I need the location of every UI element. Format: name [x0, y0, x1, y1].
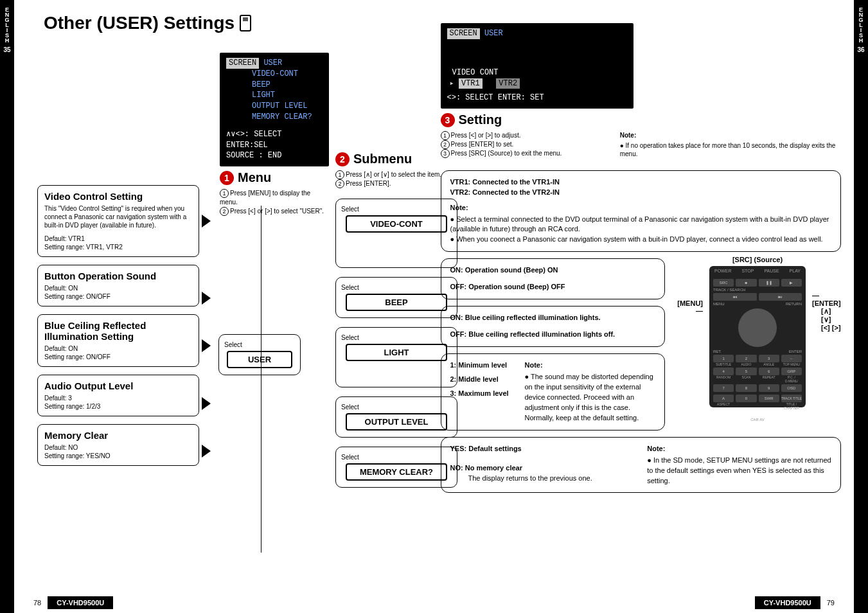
step3-title: 3Setting — [441, 112, 842, 127]
arrow-icon — [202, 339, 211, 352]
step1-info: 1Press [MENU] to display the menu. 2Pres… — [220, 189, 329, 216]
badge-2: 2 — [335, 152, 350, 166]
setting-boxes: Video Control Setting This "Video Contro… — [37, 185, 199, 474]
osd1-hint1: ∧∨<>: SELECT ENTER:SEL — [226, 129, 323, 151]
side-tab-left: ENGLISH 35 — [0, 0, 14, 613]
box-output: Audio Output Level Default: 3 Setting ra… — [37, 375, 199, 416]
model-badge: CY-VHD9500U — [755, 596, 820, 609]
box-video: Video Control Setting This "Video Contro… — [37, 185, 199, 257]
footer-right: CY-VHD9500U 79 — [755, 596, 835, 609]
osd2-title: VIDEO CONT — [452, 68, 499, 77]
lang-label-right: ENGLISH — [858, 6, 864, 42]
dpad-icon — [738, 308, 777, 347]
left-page: Other (USER) Settings SCREEN USER VIDEO-… — [14, 0, 434, 613]
osd2-hint: <>: SELECT ENTER: SET — [447, 93, 627, 103]
arrow-icon — [202, 215, 211, 227]
remote-icon — [240, 15, 251, 31]
page-num-left-side: 35 — [3, 46, 10, 53]
desc-light: ON: Blue ceiling reflected illumination … — [441, 306, 666, 347]
page-num-79: 79 — [827, 599, 835, 607]
connector-line — [261, 206, 261, 553]
osd1-screen: SCREEN — [226, 58, 259, 69]
osd1-user: USER — [263, 58, 282, 67]
badge-3: 3 — [441, 113, 455, 127]
osd2-screen: SCREEN — [447, 28, 480, 39]
badge-1: 1 — [220, 171, 234, 185]
step1-title: 1Menu — [220, 170, 329, 185]
osd-screen-2: SCREEN USER VIDEO CONT ▸ VTR1 VTR2 <>: S… — [441, 23, 633, 109]
arrow-column — [202, 185, 217, 458]
arrow-icon — [202, 292, 211, 305]
remote-src-label: [SRC] (Source) — [674, 256, 841, 263]
page-num-78: 78 — [33, 599, 41, 607]
box-memory: Memory Clear Default: NO Setting range: … — [37, 424, 199, 466]
osd-screen-1: SCREEN USER VIDEO-CONT BEEP LIGHT OUTPUT… — [220, 53, 329, 166]
model-badge: CY-VHD9500U — [48, 596, 113, 609]
desc-vtr: VTR1: Connected to the VTR1-IN VTR2: Con… — [441, 170, 842, 253]
remote-anno-menu: [MENU] — — [677, 299, 703, 315]
desc-output: 1: Minimum level 2: Middle level 3: Maxi… — [441, 353, 666, 431]
osd1-l3: BEEP — [252, 80, 270, 89]
osd1-hint2: SOURCE : END — [226, 150, 323, 161]
brand-label: Panasonic — [713, 411, 802, 418]
box-beep: Button Operation Sound Default: ON Setti… — [37, 265, 199, 306]
box-light: Blue Ceiling Reflected Illumination Sett… — [37, 314, 199, 367]
pill-light: LIGHT — [346, 344, 447, 361]
title-text: Other (USER) Settings — [44, 13, 235, 33]
menu-column: SCREEN USER VIDEO-CONT BEEP LIGHT OUTPUT… — [220, 53, 329, 216]
step3-note-title: Note: — [620, 131, 841, 140]
osd1-l5: OUTPUT LEVEL — [252, 102, 307, 111]
osd1-l2: VIDEO-CONT — [252, 69, 298, 78]
osd2-user: USER — [484, 29, 503, 38]
side-tab-right: ENGLISH 36 — [854, 0, 868, 613]
osd1-l6: MEMORY CLEAR? — [252, 112, 312, 121]
remote-diagram: [SRC] (Source) POWERSTOPPAUSEPLAY SRC■❚❚… — [674, 256, 841, 436]
pill-user: USER — [227, 351, 292, 368]
lang-label-left: ENGLISH — [4, 6, 10, 42]
osd1-l4: LIGHT — [252, 91, 275, 100]
step3-row: 1Press [<] or [>] to adjust. 2Press [ENT… — [441, 131, 842, 159]
remote-image: POWERSTOPPAUSEPLAY SRC■❚❚▶ TRACK / SEARC… — [709, 266, 806, 407]
pill-beep: BEEP — [346, 294, 447, 311]
right-page: SCREEN USER VIDEO CONT ▸ VTR1 VTR2 <>: S… — [434, 0, 855, 613]
remote-anno-enter: — [ENTER] [∧] [∨] [<] [>] — [812, 292, 841, 332]
page-num-right-side: 36 — [857, 46, 864, 53]
arrow-icon — [202, 397, 211, 410]
user-select: Select USER — [218, 334, 301, 375]
footer-left: 78 CY-VHD9500U — [33, 596, 113, 609]
page-title: Other (USER) Settings — [44, 13, 421, 33]
desc-beep: ON: Operation sound (Beep) ON OFF: Opera… — [441, 258, 666, 299]
pill-output: OUTPUT LEVEL — [346, 413, 447, 431]
pill-memory: MEMORY CLEAR? — [346, 463, 447, 481]
brand-sub: CAR AV — [713, 418, 802, 422]
osd2-vtr2: VTR2 — [496, 78, 520, 89]
pill-video: VIDEO-CONT — [346, 215, 447, 233]
desc-memory: YES: Default settings NO: No memory clea… — [441, 437, 842, 493]
arrow-icon — [202, 445, 211, 458]
osd2-vtr1: VTR1 — [459, 78, 483, 89]
